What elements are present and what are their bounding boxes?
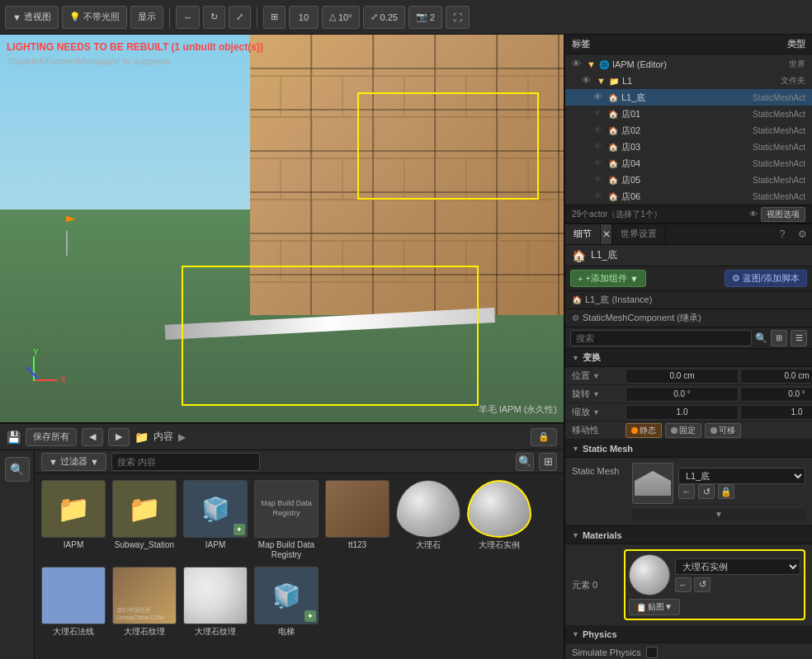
- scale-dropdown-icon[interactable]: ▼: [592, 408, 600, 417]
- rotation-x-input[interactable]: [626, 387, 739, 402]
- expand-iapm[interactable]: ▼: [587, 59, 596, 69]
- mobility-movable-btn[interactable]: 可移: [705, 423, 741, 438]
- angle-value: 10°: [338, 12, 352, 22]
- help-btn[interactable]: ?: [772, 224, 792, 244]
- display-toggle[interactable]: 显示: [130, 6, 163, 29]
- camera-btn[interactable]: 📷 2: [408, 6, 442, 29]
- outliner-tag-col: 标签: [572, 38, 590, 50]
- eye-iapm[interactable]: 👁: [572, 59, 583, 70]
- static-mesh-section-header[interactable]: ▼ Static Mesh: [565, 440, 812, 458]
- sm-reset-btn[interactable]: ↺: [698, 484, 715, 499]
- elevator-emoji: 🧊: [272, 582, 301, 610]
- scale-x-input[interactable]: [626, 405, 739, 420]
- outliner-item-l1-di[interactable]: 👁 🏠 L1_底 StaticMeshAct: [565, 89, 812, 106]
- asset-marble-instance[interactable]: 大理石实例: [467, 480, 531, 560]
- transform-arrow: ▼: [572, 354, 579, 362]
- angle-btn[interactable]: △ 10°: [322, 6, 360, 29]
- asset-iapm-folder[interactable]: 📁 IAPM: [41, 480, 106, 560]
- blueprint-button[interactable]: ⚙ 蓝图/添加脚本: [725, 270, 807, 287]
- paste-icon: 📋: [636, 603, 646, 612]
- mat-paste-btn[interactable]: 📋 贴图▼: [629, 599, 680, 615]
- asset-map-build-data[interactable]: Map Build Data Registry Map Build Data R…: [254, 480, 319, 560]
- search-sidebar-btn[interactable]: 🔍: [5, 457, 30, 482]
- filter-button[interactable]: ▼ 过滤器 ▼: [41, 453, 106, 471]
- eye-l1[interactable]: 👁: [582, 75, 593, 87]
- rotation-dropdown-icon[interactable]: ▼: [592, 390, 600, 398]
- scale-y-input[interactable]: [740, 405, 812, 420]
- l1di-type: StaticMeshAct: [753, 93, 805, 102]
- tab-details[interactable]: 细节: [565, 224, 601, 244]
- asset-marble-thumb: [396, 480, 460, 538]
- transform-section-header[interactable]: ▼ 变换: [565, 349, 812, 367]
- position-dropdown-icon[interactable]: ▼: [592, 372, 600, 380]
- search-grid-btn[interactable]: ⊞: [771, 330, 787, 346]
- eye-l1di[interactable]: 👁: [593, 92, 605, 103]
- rotation-label: 旋转 ▼: [572, 388, 626, 400]
- fullscreen-btn[interactable]: ⛶: [446, 6, 470, 29]
- details-search-input[interactable]: [570, 330, 752, 346]
- view-options-button[interactable]: 视图选项: [761, 207, 805, 222]
- outliner-item-dian04[interactable]: 👁 🏠 店04 StaticMeshAct: [565, 155, 812, 172]
- position-x-input[interactable]: [626, 369, 739, 384]
- asset-iapm-folder-label: IAPM: [64, 540, 83, 550]
- position-y-input[interactable]: [740, 369, 812, 384]
- asset-marble-tex[interactable]: 虚幻中国社区 UnrealChina.COM 大理石纹理: [112, 567, 177, 637]
- outliner-item-iapm[interactable]: 👁 ▼ 🌐 IAPM (Editor) 世界: [565, 56, 812, 73]
- forward-button[interactable]: ▶: [108, 428, 130, 446]
- content-search-input[interactable]: [111, 453, 260, 471]
- mobility-static-btn[interactable]: 静态: [626, 423, 662, 438]
- materials-section-header[interactable]: ▼ Materials: [565, 526, 812, 544]
- mat-reset-btn[interactable]: ↺: [694, 577, 710, 592]
- outliner-item-l1[interactable]: 👁 ▼ 📁 L1 文件夹: [565, 73, 812, 89]
- tab-close-btn[interactable]: ✕: [601, 224, 612, 244]
- viewport[interactable]: X Y LIGHTING NEEDS TO BE REBUILT (1 unbu…: [0, 35, 564, 422]
- grid-view-button[interactable]: ⊞: [539, 453, 557, 471]
- mat-selected-container: 大理石实例 ← ↺: [624, 549, 805, 620]
- asset-marble-normal[interactable]: 大理石法线: [41, 567, 106, 637]
- asset-marble-instance-thumb: [467, 480, 531, 538]
- outliner-item-dian02[interactable]: 👁 🏠 店02 StaticMeshAct: [565, 122, 812, 139]
- scale-tool[interactable]: ⤢: [229, 6, 251, 29]
- lighting-toggle[interactable]: 💡 不带光照: [62, 6, 127, 29]
- simulate-physics-checkbox[interactable]: [646, 647, 658, 658]
- outliner-item-dian01[interactable]: 👁 🏠 店01 StaticMeshAct: [565, 106, 812, 122]
- tab-world-settings[interactable]: 世界设置: [612, 224, 666, 244]
- save-all-button[interactable]: 保存所有: [26, 428, 77, 446]
- asset-tt123-thumb: [325, 480, 389, 538]
- eye-dian01: 👁: [593, 108, 605, 120]
- mat-name-select[interactable]: 大理石实例: [675, 558, 800, 575]
- asset-marble-tex2[interactable]: 大理石纹理: [183, 567, 248, 637]
- gizmo-y-axis: [33, 356, 35, 381]
- mobility-stationary-btn[interactable]: 固定: [665, 423, 701, 438]
- asset-tt123[interactable]: tt123: [325, 480, 389, 560]
- mat-browse-btn[interactable]: ←: [675, 577, 692, 592]
- materials-content: 元素 0 大理石实例: [565, 544, 812, 625]
- sm-name-select[interactable]: L1_底: [678, 468, 805, 484]
- asset-iapm-mesh[interactable]: 🧊 ✦ IAPM: [183, 480, 248, 560]
- asset-subway-folder[interactable]: 📁 Subway_Station: [112, 480, 177, 560]
- perspective-icon: ▼: [12, 12, 21, 22]
- panel-settings-btn[interactable]: ⚙: [792, 224, 812, 244]
- static-mesh-section: ▼ Static Mesh Static Mesh: [565, 440, 812, 526]
- translate-tool[interactable]: ↔: [176, 6, 200, 29]
- search-button[interactable]: 🔍: [516, 453, 534, 471]
- outliner-item-dian03[interactable]: 👁 🏠 店03 StaticMeshAct: [565, 139, 812, 155]
- search-options-btn[interactable]: ☰: [791, 330, 807, 346]
- sm-browse-btn[interactable]: ←: [678, 484, 695, 499]
- asset-marble[interactable]: 大理石: [396, 480, 460, 560]
- scale-btn[interactable]: ⤢ 0.25: [363, 6, 405, 29]
- sm-expand-btn[interactable]: ▼: [632, 507, 805, 520]
- perspective-toggle[interactable]: ▼ 透视图: [5, 6, 59, 29]
- asset-elevator[interactable]: 🧊 ✦ 电梯: [254, 567, 319, 637]
- rotation-y-input[interactable]: [740, 387, 812, 402]
- grid-toggle[interactable]: ⊞: [263, 6, 286, 29]
- outliner-item-dian05[interactable]: 👁 🏠 店05 StaticMeshAct: [565, 172, 812, 188]
- add-component-button[interactable]: + +添加组件 ▼: [570, 270, 646, 287]
- sm-extra-btn[interactable]: 🔒: [718, 484, 734, 499]
- rotate-tool[interactable]: ↻: [203, 6, 225, 29]
- physics-section-header[interactable]: ▼ Physics: [565, 625, 812, 643]
- back-button[interactable]: ◀: [82, 428, 103, 446]
- expand-l1[interactable]: ▼: [597, 76, 606, 86]
- outliner-item-dian06[interactable]: 👁 🏠 店06 StaticMeshAct: [565, 188, 812, 205]
- lock-button[interactable]: 🔒: [531, 428, 557, 446]
